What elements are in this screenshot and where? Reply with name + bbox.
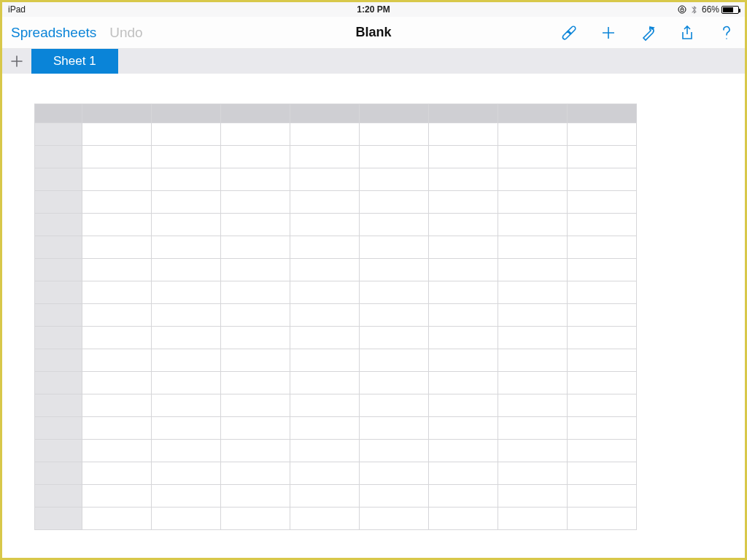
- cell[interactable]: [221, 236, 290, 259]
- cell[interactable]: [82, 508, 152, 530]
- cell[interactable]: [568, 146, 637, 168]
- cell[interactable]: [290, 327, 360, 349]
- row-header[interactable]: [35, 440, 82, 462]
- column-header[interactable]: [429, 104, 498, 123]
- cell[interactable]: [82, 123, 152, 146]
- cell[interactable]: [221, 168, 290, 191]
- cell[interactable]: [498, 259, 568, 281]
- cell[interactable]: [568, 259, 637, 281]
- cell[interactable]: [498, 485, 568, 508]
- row-header[interactable]: [35, 123, 82, 146]
- cell[interactable]: [290, 440, 360, 462]
- row-header[interactable]: [35, 462, 82, 485]
- share-icon[interactable]: [678, 23, 697, 42]
- row-header[interactable]: [35, 372, 82, 394]
- add-sheet-button[interactable]: [2, 49, 31, 74]
- row-header[interactable]: [35, 146, 82, 168]
- cell[interactable]: [221, 191, 290, 214]
- row-header[interactable]: [35, 214, 82, 236]
- cell[interactable]: [82, 146, 152, 168]
- cell[interactable]: [568, 462, 637, 485]
- row-header[interactable]: [35, 304, 82, 327]
- cell[interactable]: [82, 327, 152, 349]
- cell[interactable]: [498, 236, 568, 259]
- column-header[interactable]: [498, 104, 568, 123]
- cell[interactable]: [360, 440, 429, 462]
- sheet-tab-1[interactable]: Sheet 1: [31, 49, 118, 74]
- column-header[interactable]: [221, 104, 290, 123]
- cell[interactable]: [152, 327, 221, 349]
- cell[interactable]: [221, 123, 290, 146]
- cell[interactable]: [498, 191, 568, 214]
- tools-wrench-icon[interactable]: [638, 23, 657, 42]
- back-spreadsheets-button[interactable]: Spreadsheets: [11, 25, 96, 41]
- cell[interactable]: [568, 440, 637, 462]
- cell[interactable]: [429, 168, 498, 191]
- cell[interactable]: [82, 304, 152, 327]
- cell[interactable]: [152, 259, 221, 281]
- cell[interactable]: [221, 440, 290, 462]
- cell[interactable]: [568, 191, 637, 214]
- cell[interactable]: [152, 394, 221, 417]
- cell[interactable]: [290, 236, 360, 259]
- cell[interactable]: [360, 485, 429, 508]
- cell[interactable]: [429, 191, 498, 214]
- column-header-row[interactable]: [35, 104, 637, 123]
- column-header[interactable]: [152, 104, 221, 123]
- cell[interactable]: [152, 304, 221, 327]
- cell[interactable]: [290, 485, 360, 508]
- cell[interactable]: [568, 508, 637, 530]
- cell[interactable]: [152, 417, 221, 440]
- cell[interactable]: [429, 327, 498, 349]
- cell[interactable]: [360, 462, 429, 485]
- cell[interactable]: [152, 168, 221, 191]
- cell[interactable]: [82, 191, 152, 214]
- cell[interactable]: [152, 191, 221, 214]
- cell[interactable]: [82, 394, 152, 417]
- cell[interactable]: [82, 440, 152, 462]
- cell[interactable]: [221, 214, 290, 236]
- cell[interactable]: [429, 214, 498, 236]
- cell[interactable]: [152, 123, 221, 146]
- cell[interactable]: [290, 281, 360, 304]
- cell[interactable]: [429, 394, 498, 417]
- cell[interactable]: [498, 349, 568, 372]
- cell[interactable]: [82, 168, 152, 191]
- cell[interactable]: [290, 146, 360, 168]
- row-header[interactable]: [35, 191, 82, 214]
- cell[interactable]: [429, 372, 498, 394]
- cell[interactable]: [82, 372, 152, 394]
- cell[interactable]: [568, 304, 637, 327]
- cell[interactable]: [221, 485, 290, 508]
- cell[interactable]: [82, 485, 152, 508]
- row-header[interactable]: [35, 485, 82, 508]
- row-header[interactable]: [35, 327, 82, 349]
- cell[interactable]: [290, 462, 360, 485]
- cell[interactable]: [360, 508, 429, 530]
- cell[interactable]: [82, 349, 152, 372]
- cell[interactable]: [429, 485, 498, 508]
- cell[interactable]: [152, 236, 221, 259]
- cell[interactable]: [360, 327, 429, 349]
- cell[interactable]: [290, 304, 360, 327]
- help-icon[interactable]: [717, 23, 736, 42]
- cell[interactable]: [360, 214, 429, 236]
- cell[interactable]: [568, 327, 637, 349]
- cell[interactable]: [221, 281, 290, 304]
- cell[interactable]: [221, 394, 290, 417]
- cell[interactable]: [498, 281, 568, 304]
- cell[interactable]: [498, 327, 568, 349]
- cell[interactable]: [290, 417, 360, 440]
- cell[interactable]: [429, 304, 498, 327]
- cell[interactable]: [82, 417, 152, 440]
- cell[interactable]: [152, 281, 221, 304]
- row-header[interactable]: [35, 417, 82, 440]
- cell[interactable]: [152, 440, 221, 462]
- cell[interactable]: [429, 440, 498, 462]
- cell[interactable]: [360, 281, 429, 304]
- cell[interactable]: [568, 349, 637, 372]
- cell[interactable]: [290, 123, 360, 146]
- cell[interactable]: [498, 214, 568, 236]
- cell[interactable]: [82, 214, 152, 236]
- cell[interactable]: [152, 146, 221, 168]
